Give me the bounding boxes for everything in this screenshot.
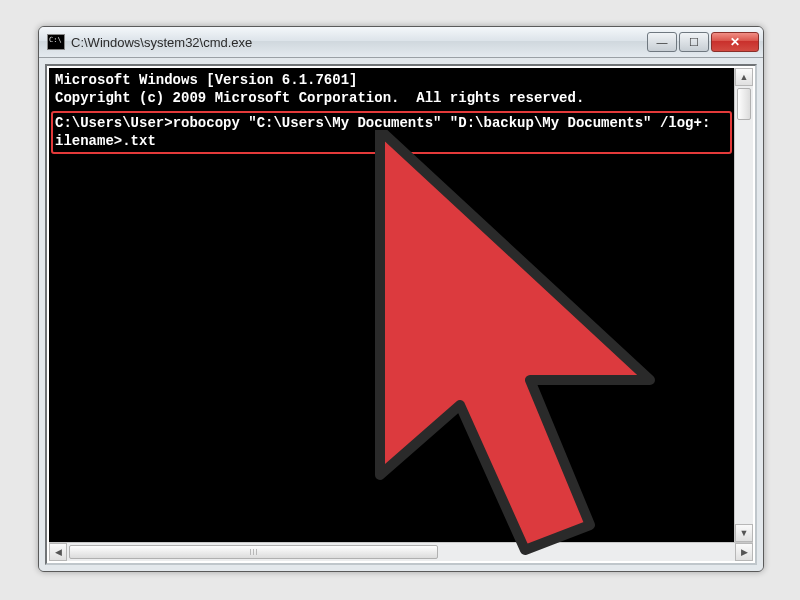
maximize-icon: ☐ [689,37,699,48]
client-area: Microsoft Windows [Version 6.1.7601] Cop… [39,58,763,571]
banner-line-2: Copyright (c) 2009 Microsoft Corporation… [55,90,584,106]
minimize-icon: — [657,37,668,48]
minimize-button[interactable]: — [647,32,677,52]
console-frame: Microsoft Windows [Version 6.1.7601] Cop… [45,64,757,565]
window-controls: — ☐ ✕ [647,32,759,52]
maximize-button[interactable]: ☐ [679,32,709,52]
horizontal-scroll-track[interactable] [67,543,735,561]
window-title: C:\Windows\system32\cmd.exe [71,35,647,50]
scroll-up-button[interactable]: ▲ [735,68,753,86]
vertical-scrollbar[interactable]: ▲ ▼ [734,68,753,542]
banner-line-1: Microsoft Windows [Version 6.1.7601] [55,72,357,88]
scroll-down-button[interactable]: ▼ [735,524,753,542]
prompt: C:\Users\User> [55,115,173,131]
command-highlight: C:\Users\User>robocopy "C:\Users\My Docu… [51,111,732,154]
horizontal-scroll-thumb[interactable] [69,545,438,559]
close-button[interactable]: ✕ [711,32,759,52]
vertical-scroll-thumb[interactable] [737,88,751,120]
cmd-icon [47,34,65,50]
horizontal-scrollbar[interactable]: ◀ ▶ [49,542,753,561]
cmd-window: C:\Windows\system32\cmd.exe — ☐ ✕ Micros… [38,26,764,572]
close-icon: ✕ [730,36,740,48]
desktop: C:\Windows\system32\cmd.exe — ☐ ✕ Micros… [0,0,800,600]
command-text-2: ilename>.txt [55,133,156,149]
command-text-1: robocopy "C:\Users\My Documents" "D:\bac… [173,115,711,131]
console-output[interactable]: Microsoft Windows [Version 6.1.7601] Cop… [49,68,734,542]
scroll-left-button[interactable]: ◀ [49,543,67,561]
scroll-right-button[interactable]: ▶ [735,543,753,561]
vertical-scroll-track[interactable] [735,86,753,524]
titlebar[interactable]: C:\Windows\system32\cmd.exe — ☐ ✕ [39,27,763,58]
